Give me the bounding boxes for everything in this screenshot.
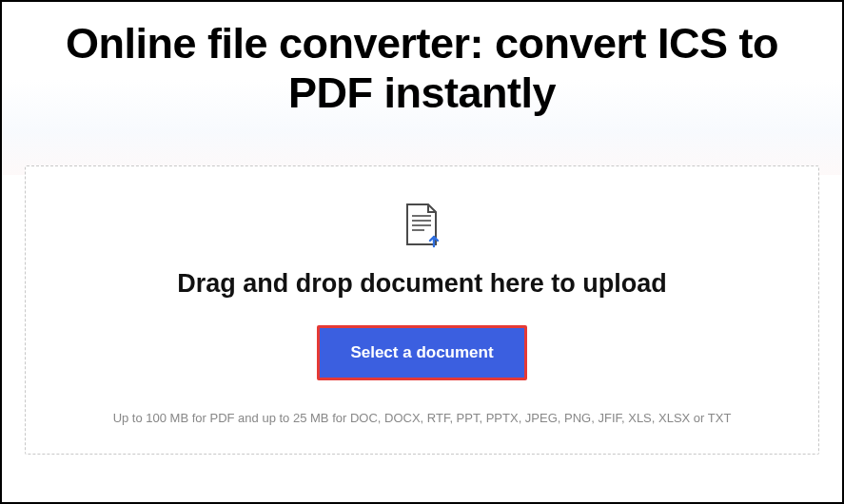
page-title: Online file converter: convert ICS to PD…: [21, 19, 823, 118]
drop-instruction: Drag and drop document here to upload: [45, 269, 799, 299]
select-document-button[interactable]: Select a document: [320, 328, 523, 378]
select-button-highlight: Select a document: [317, 325, 526, 380]
document-upload-icon: [403, 203, 442, 252]
drop-zone[interactable]: Drag and drop document here to upload Se…: [25, 165, 819, 455]
file-limits-text: Up to 100 MB for PDF and up to 25 MB for…: [45, 411, 799, 425]
hero-section: Online file converter: convert ICS to PD…: [2, 2, 842, 175]
upload-container: Drag and drop document here to upload Se…: [2, 165, 842, 477]
